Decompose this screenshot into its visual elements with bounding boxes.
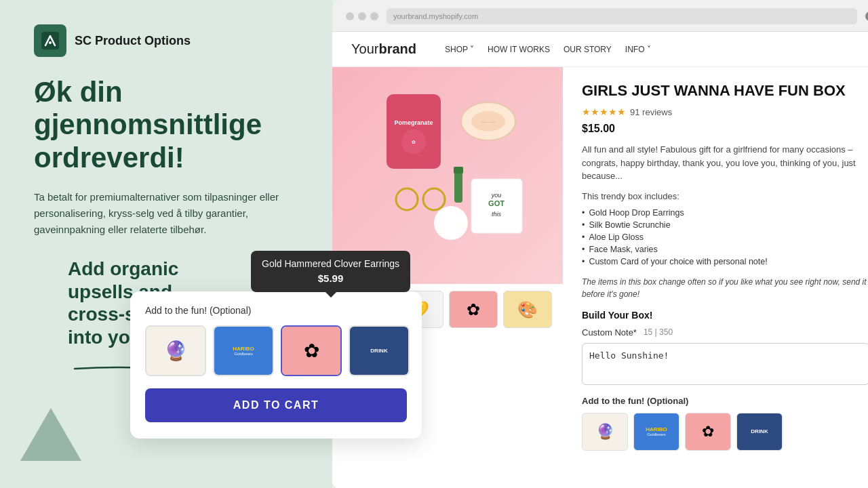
svg-text:Pomegranate: Pomegranate [394,119,433,126]
bottom-options-row: 🔮 HARIBO Goldbears ✿ DRINK [582,413,868,451]
clover-img: ✿ [282,327,340,375]
product-note-italic: The items in this box change often so if… [582,276,868,300]
browser-chrome: yourbrand.myshopify.com [332,0,868,32]
bottom-opt-haribo[interactable]: HARIBO Goldbears [633,413,679,451]
list-item: Face Mask, varies [582,243,868,256]
add-to-cart-button[interactable]: ADD TO CART [145,388,407,422]
decorative-triangle [20,408,81,461]
svg-text:GOT: GOT [488,199,505,207]
bottom-opt-clover[interactable]: ✿ [685,413,731,451]
headline: Øk din gjennomsnittlige ordreverdi! [34,76,298,174]
store-logo-bold: brand [378,41,416,56]
reviews-count: 91 reviews [630,107,672,117]
browser-dot-1 [346,12,354,20]
tooltip-name: Gold Hammered Clover Earrings [262,258,399,271]
option-clover[interactable]: ✿ [281,325,342,376]
nav-info[interactable]: INFO ˅ [625,45,651,54]
card-overlay: Add to the fun! (Optional) 🔮 HARIBO Gold… [130,291,422,439]
nav-links: SHOP ˅ HOW IT WORKS OUR STORY INFO ˅ [445,45,651,54]
custom-note-row: Custom Note* 15 | 350 [582,327,868,338]
thumbnail-clover[interactable]: ✿ [449,291,498,328]
custom-note-textarea[interactable]: Hello Sunshine! [582,343,868,385]
nav-how-it-works[interactable]: HOW IT WORKS [488,45,550,54]
product-price: $15.00 [582,123,868,135]
nav-our-story[interactable]: OUR STORY [564,45,612,54]
browser-address-text: yourbrand.myshopify.com [393,12,478,20]
stars-display: ★★★★★ [582,106,626,117]
product-info: GIRLS JUST WANNA HAVE FUN BOX ★★★★★ 91 r… [563,67,868,488]
store-nav: Yourbrand SHOP ˅ HOW IT WORKS OUR STORY … [332,32,868,67]
product-title: GIRLS JUST WANNA HAVE FUN BOX [582,82,868,100]
tooltip-price: $5.99 [262,271,399,285]
logo-svg [40,30,60,51]
browser-address-bar: yourbrand.myshopify.com [387,8,857,24]
svg-rect-0 [41,32,59,49]
svg-point-1 [49,41,52,44]
list-item: Silk Bowtie Scrunchie [582,219,868,231]
product-description: All fun and all style! Fabulous gift for… [582,143,868,183]
nav-shop[interactable]: SHOP ˅ [445,45,474,54]
svg-point-21 [443,222,459,238]
product-options-row: 🔮 HARIBO Goldbears ✿ DRINK [145,325,407,376]
option-earrings[interactable]: 🔮 [145,325,206,376]
card-title: Add to the fun! (Optional) [145,305,407,316]
custom-note-count: 15 | 350 [644,327,673,337]
option-haribo[interactable]: HARIBO Goldbears [213,325,274,376]
store-logo-light: Your [351,41,378,56]
browser-dot-2 [358,12,366,20]
list-item: Custom Card of your choice with personal… [582,256,868,268]
custom-note-label: Custom Note* [582,327,637,338]
browser-camera-icon [865,12,868,21]
logo-row: SC Product Options [34,24,298,57]
list-item: Gold Hoop Drop Earrings [582,207,868,219]
svg-rect-10 [454,169,462,203]
drink-img: DRINK [350,327,408,375]
svg-text:~~ ~~: ~~ ~~ [481,119,496,125]
svg-text:this: this [492,211,502,218]
thumbnail-yellow[interactable]: 🎨 [503,291,552,328]
subtext: Ta betalt for premiumalternativer som ti… [34,189,298,238]
svg-rect-11 [454,167,463,174]
app-name: SC Product Options [75,34,191,48]
product-includes-list: Gold Hoop Drop Earrings Silk Bowtie Scru… [582,207,868,268]
build-box-title: Build Your Box! [582,310,868,321]
earrings-img: 🔮 [146,327,205,375]
add-to-fun-title: Add to the fun! (Optional) [582,396,868,406]
svg-text:✿: ✿ [412,140,416,144]
product-flatlay-svg: Pomegranate ✿ ~~ ~~ [346,81,549,270]
svg-point-12 [396,188,418,210]
includes-title: This trendy box includes: [582,191,868,201]
browser-dots [346,12,378,20]
svg-point-13 [423,188,445,210]
bottom-opt-drink[interactable]: DRINK [736,413,783,451]
browser-dot-3 [370,12,378,20]
bottom-opt-earrings[interactable]: 🔮 [582,413,628,451]
store-logo: Yourbrand [351,41,416,57]
tooltip-box: Gold Hammered Clover Earrings $5.99 [251,251,410,292]
svg-text:you: you [491,192,502,199]
app-logo-icon [34,24,66,57]
haribo-img: HARIBO Goldbears [214,327,273,375]
product-stars: ★★★★★ 91 reviews [582,106,868,117]
list-item: Aloe Lip Gloss [582,231,868,243]
option-drink[interactable]: DRINK [349,325,410,376]
